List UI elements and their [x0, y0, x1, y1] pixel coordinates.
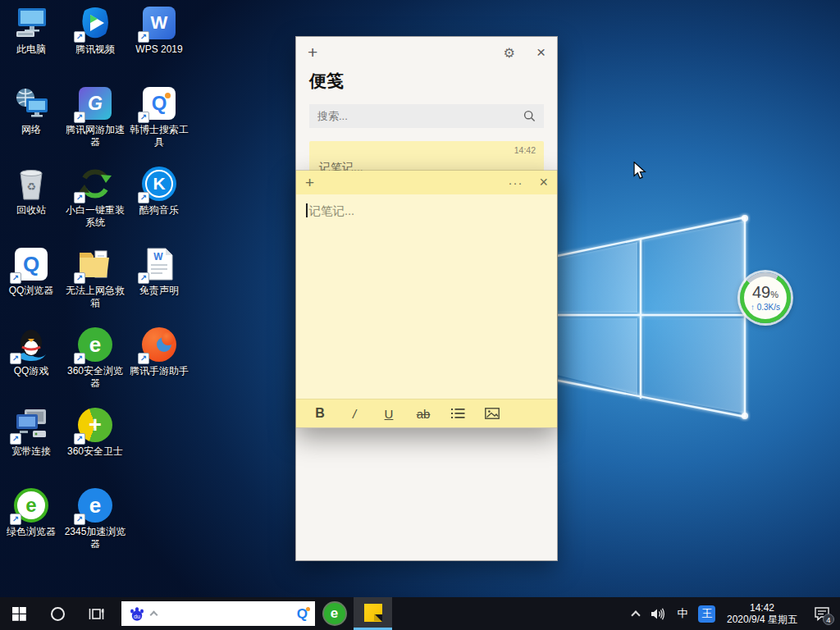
hanboshi-search-icon: Q ↗: [140, 85, 178, 121]
desktop-icon-xiaobai-reinstall[interactable]: ↗ 小白一键重装系统: [64, 166, 126, 229]
text-cursor: [306, 203, 308, 217]
desktop-icon-network[interactable]: 网络: [0, 85, 62, 136]
action-center-button[interactable]: 4: [804, 597, 840, 630]
qq-game-penguin-icon: ↗: [12, 326, 50, 363]
speed-widget[interactable]: 49% ↑ 0.3K/s: [740, 272, 791, 323]
taskbar: du Q e 中 王 14:42 2020/9/4 星期五 4: [0, 597, 840, 630]
chevron-up-icon[interactable]: [150, 611, 158, 619]
desktop-icon-hanboshi-search[interactable]: Q ↗ 韩博士搜索工具: [128, 85, 190, 148]
doc-w-glyph: W: [153, 251, 163, 262]
search-icon: [523, 110, 536, 122]
firstaid-folder-icon: ↗: [76, 246, 114, 282]
bold-button[interactable]: B: [303, 401, 337, 426]
desktop-screen: 此电脑 ↗ 腾讯视频 W ↗ WPS 2019 网络 G ↗: [0, 0, 840, 630]
desktop-icon-disclaimer[interactable]: W ↗ 免责声明: [128, 246, 190, 297]
360-guard-icon: + ↗: [76, 407, 114, 443]
desktop-icon-this-pc[interactable]: 此电脑: [0, 5, 62, 56]
qq-browser-icon: Q ↗: [12, 246, 50, 282]
note-placeholder: 记笔记...: [309, 204, 355, 217]
new-note-button[interactable]: +: [305, 174, 314, 192]
strikethrough-button[interactable]: ab: [406, 401, 441, 426]
icon-label: 腾讯网游加速器: [64, 124, 126, 148]
desktop-icon-wps-2019[interactable]: W ↗ WPS 2019: [128, 5, 190, 56]
task-view-button[interactable]: [77, 597, 116, 630]
icon-label: 2345加速浏览器: [64, 526, 126, 550]
shortcut-arrow-icon: ↗: [138, 272, 149, 284]
shortcut-arrow-icon: ↗: [74, 433, 85, 445]
cortana-button[interactable]: [39, 597, 77, 630]
broadband-icon: ↗: [12, 407, 50, 443]
sticky-note-titlebar[interactable]: + ··· ×: [296, 171, 557, 194]
desktop-icon-tencent-video[interactable]: ↗ 腾讯视频: [64, 5, 126, 56]
desktop-icon-network-firstaid[interactable]: ↗ 无法上网急救箱: [64, 246, 126, 309]
notification-count-badge: 4: [823, 614, 834, 625]
wps-icon: W ↗: [140, 5, 178, 41]
baidu-logo-icon: du: [129, 605, 145, 622]
icon-label: QQ浏览器: [0, 285, 62, 297]
desktop-icon-kugou-music[interactable]: K ↗ 酷狗音乐: [128, 166, 190, 217]
shortcut-arrow-icon: ↗: [74, 112, 85, 123]
chevron-up-icon: [631, 610, 640, 619]
disclaimer-doc-icon: W ↗: [140, 246, 178, 282]
icon-label: 腾讯视频: [64, 43, 126, 56]
desktop-icon-2345-browser[interactable]: e ↗ 2345加速浏览器: [64, 487, 126, 550]
speaker-icon: [651, 608, 665, 620]
icon-label: 腾讯手游助手: [128, 365, 190, 377]
icon-label: 绿色浏览器: [0, 526, 62, 538]
wang-input-button[interactable]: 王: [694, 597, 720, 630]
insert-image-button[interactable]: [475, 401, 509, 426]
desktop-icon-broadband[interactable]: ↗ 宽带连接: [0, 407, 62, 458]
icon-label: 酷狗音乐: [128, 204, 190, 217]
close-icon[interactable]: ×: [536, 43, 546, 62]
close-icon[interactable]: ×: [539, 174, 548, 191]
icon-label: 360安全卫士: [64, 445, 126, 458]
volume-button[interactable]: [646, 597, 671, 630]
icon-label: WPS 2019: [128, 43, 190, 56]
shortcut-arrow-icon: ↗: [138, 192, 149, 203]
menu-ellipsis-icon[interactable]: ···: [508, 176, 523, 189]
shortcut-arrow-icon: ↗: [10, 272, 21, 284]
hanboshi-search-icon[interactable]: Q: [297, 607, 308, 621]
desktop-icon-qq-browser[interactable]: Q ↗ QQ浏览器: [0, 246, 62, 297]
start-button[interactable]: [0, 597, 39, 630]
notes-search-box[interactable]: [309, 104, 544, 128]
sticky-notes-icon: [364, 604, 382, 622]
desktop-icon-qq-game[interactable]: ↗ QQ游戏: [0, 326, 62, 377]
green-browser-icon: e ↗: [12, 487, 50, 523]
desktop-icon-tencent-mobile-assistant[interactable]: ↗ 腾讯手游助手: [128, 326, 190, 377]
taskbar-clock[interactable]: 14:42 2020/9/4 星期五: [720, 597, 804, 630]
search-input[interactable]: [317, 110, 523, 122]
taskbar-search-box[interactable]: du Q: [121, 601, 315, 626]
desktop-icon-360-browser[interactable]: e ↗ 360安全浏览器: [64, 326, 126, 390]
shortcut-arrow-icon: ↗: [10, 514, 21, 525]
widget-inner: 49% ↑ 0.3K/s: [744, 276, 787, 319]
taskbar-item-360-browser[interactable]: e: [315, 597, 354, 630]
mobile-assistant-icon: ↗: [140, 326, 178, 363]
task-view-icon: [89, 607, 104, 621]
icon-label: 回收站: [0, 204, 62, 217]
icon-label: 免责声明: [128, 285, 190, 297]
bullet-list-button[interactable]: [441, 401, 475, 426]
windows-logo-icon: [12, 607, 26, 621]
icon-label: 360安全浏览器: [64, 365, 126, 390]
desktop-icon-360-guard[interactable]: + ↗ 360安全卫士: [64, 407, 126, 458]
tray-overflow-button[interactable]: [625, 597, 646, 630]
2345-browser-icon: e ↗: [76, 487, 114, 523]
image-icon: [485, 408, 500, 419]
taskbar-item-sticky-notes-active[interactable]: [354, 597, 392, 630]
italic-button[interactable]: /: [337, 401, 372, 426]
icon-label: 小白一键重装系统: [64, 204, 126, 229]
sticky-note-window: + ··· × 记笔记... B / U ab: [295, 170, 558, 428]
underline-button[interactable]: U: [372, 401, 406, 426]
ime-indicator[interactable]: 中: [671, 597, 694, 630]
desktop-icon-recycle-bin[interactable]: ♻ 回收站: [0, 166, 62, 217]
new-note-button[interactable]: +: [308, 43, 317, 62]
desktop-icon-tencent-game-booster[interactable]: G ↗ 腾讯网游加速器: [64, 85, 126, 148]
mouse-cursor: [633, 162, 646, 180]
settings-gear-icon[interactable]: ⚙: [504, 45, 515, 61]
tencent-video-icon: ↗: [76, 5, 114, 41]
svg-text:du: du: [134, 614, 140, 619]
this-pc-icon: [12, 5, 50, 41]
note-editor[interactable]: 记笔记...: [296, 194, 557, 399]
desktop-icon-green-browser[interactable]: e ↗ 绿色浏览器: [0, 487, 62, 538]
